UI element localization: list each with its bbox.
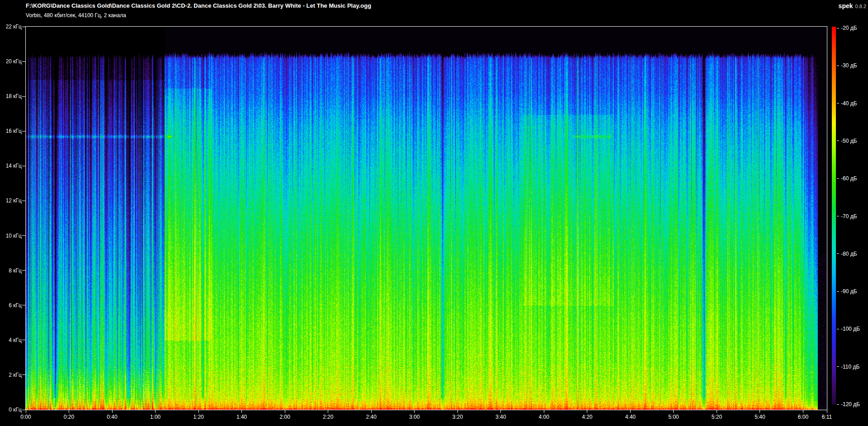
time-tick xyxy=(803,410,803,413)
time-label: 2:40 xyxy=(358,413,385,421)
freq-label: 8 кГц xyxy=(0,267,22,274)
freq-label: 14 кГц xyxy=(0,162,22,169)
time-label: 3:40 xyxy=(487,413,514,421)
legend-gradient-canvas xyxy=(832,27,836,404)
freq-tick xyxy=(22,96,25,97)
legend-label: -60 дБ xyxy=(841,175,857,182)
time-tick xyxy=(26,410,26,413)
time-label: 4:00 xyxy=(530,413,557,421)
legend-tick xyxy=(837,366,839,367)
time-label: 1:20 xyxy=(185,413,212,421)
legend-tick xyxy=(837,291,839,292)
time-label: 5:20 xyxy=(703,413,730,421)
spek-window: F:\KORG\Dance Classics Gold\Dance Classi… xyxy=(0,0,868,426)
freq-tick xyxy=(22,166,25,166)
freq-label: 6 кГц xyxy=(0,302,22,309)
time-label: 1:00 xyxy=(142,413,169,421)
time-tick xyxy=(587,410,587,413)
time-tick xyxy=(717,410,717,413)
legend-label: -40 дБ xyxy=(841,100,857,107)
legend-tick xyxy=(837,28,839,28)
time-tick xyxy=(544,410,544,413)
spectrogram-canvas xyxy=(26,27,827,410)
legend-tick xyxy=(837,404,839,405)
legend-tick xyxy=(837,253,839,254)
time-label: 4:20 xyxy=(574,413,601,421)
time-tick xyxy=(241,410,242,413)
spectrogram-frame xyxy=(25,26,827,410)
freq-label: 18 кГц xyxy=(0,93,22,100)
time-tick xyxy=(458,410,458,413)
freq-label: 16 кГц xyxy=(0,127,22,135)
file-path-title: F:\KORG\Dance Classics Gold\Dance Classi… xyxy=(26,2,371,9)
freq-tick xyxy=(22,235,25,236)
freq-tick xyxy=(22,410,25,410)
freq-tick xyxy=(22,131,25,131)
time-tick xyxy=(112,410,113,413)
app-version: 0.8.2 xyxy=(855,4,866,9)
freq-label: 10 кГц xyxy=(0,232,22,239)
freq-label: 0 кГц xyxy=(0,406,22,413)
freq-tick xyxy=(22,201,25,201)
time-tick xyxy=(155,410,156,413)
time-label: 6:00 xyxy=(789,413,816,421)
time-tick xyxy=(198,410,199,413)
legend-tick xyxy=(837,178,839,179)
freq-label: 2 кГц xyxy=(0,371,22,379)
freq-tick xyxy=(22,270,25,271)
legend-label: -50 дБ xyxy=(841,137,857,145)
time-tick xyxy=(328,410,328,413)
freq-label: 22 кГц xyxy=(0,23,22,30)
time-label: 0:20 xyxy=(56,413,83,421)
app-name: spek xyxy=(839,2,853,9)
time-label: 0:00 xyxy=(12,413,39,421)
time-tick xyxy=(414,410,415,413)
app-brand: spek0.8.2 xyxy=(839,2,866,10)
time-label: 1:40 xyxy=(228,413,255,421)
freq-tick xyxy=(22,27,25,27)
time-tick xyxy=(673,410,674,413)
time-label: 5:40 xyxy=(746,413,774,421)
time-tick xyxy=(500,410,501,413)
freq-tick xyxy=(22,375,25,375)
stream-info: Vorbis, 480 кбит/сек, 44100 Гц, 2 канала xyxy=(26,12,126,19)
time-label: 2:20 xyxy=(315,413,342,421)
time-label: 3:20 xyxy=(444,413,471,421)
time-tick xyxy=(630,410,631,413)
legend-label: -110 дБ xyxy=(841,363,859,370)
time-label: 0:40 xyxy=(99,413,126,421)
time-label: 5:00 xyxy=(660,413,687,421)
time-tick xyxy=(760,410,760,413)
legend-label: -70 дБ xyxy=(841,213,857,220)
time-tick xyxy=(285,410,285,413)
legend-label: -120 дБ xyxy=(841,401,860,408)
legend-tick xyxy=(837,66,839,66)
legend-tick xyxy=(837,140,839,141)
freq-tick xyxy=(22,340,25,340)
freq-tick xyxy=(22,305,25,305)
legend-label: -30 дБ xyxy=(841,62,857,69)
legend-tick xyxy=(837,103,839,103)
legend-tick xyxy=(837,329,839,329)
time-tick xyxy=(371,410,372,413)
time-tick xyxy=(827,410,827,413)
time-label: 6:11 xyxy=(813,413,840,421)
legend-label: -80 дБ xyxy=(841,250,857,257)
legend-label: -100 дБ xyxy=(841,325,860,332)
time-label: 2:00 xyxy=(271,413,298,421)
freq-tick xyxy=(22,61,25,62)
legend-tick xyxy=(837,216,839,216)
freq-label: 4 кГц xyxy=(0,337,22,344)
freq-label: 12 кГц xyxy=(0,197,22,204)
time-tick xyxy=(69,410,69,413)
time-label: 4:40 xyxy=(617,413,644,421)
time-label: 3:00 xyxy=(401,413,428,421)
legend-label: -20 дБ xyxy=(841,24,857,32)
legend-label: -90 дБ xyxy=(841,288,857,295)
freq-label: 20 кГц xyxy=(0,58,22,65)
